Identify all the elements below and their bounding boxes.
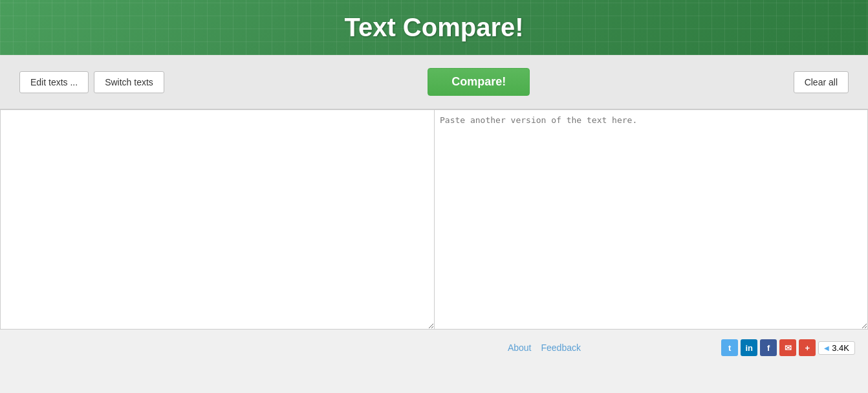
right-textarea-wrapper (434, 109, 868, 330)
footer-links: About Feedback (367, 342, 722, 353)
share-count[interactable]: ◀ 3.4K (818, 341, 855, 355)
footer: About Feedback t in f ✉ + ◀ 3.4K (0, 330, 868, 366)
compare-button[interactable]: Compare! (428, 68, 530, 96)
left-textarea-wrapper (0, 109, 434, 330)
share-count-value: 3.4K (832, 343, 849, 353)
main-content (0, 109, 868, 330)
plus-icon[interactable]: + (799, 339, 816, 356)
page-header: Text Compare! (0, 0, 868, 55)
about-link[interactable]: About (508, 342, 532, 353)
left-textarea[interactable] (0, 109, 434, 330)
share-count-arrow: ◀ (824, 344, 829, 352)
switch-texts-button[interactable]: Switch texts (94, 71, 164, 93)
edit-texts-button[interactable]: Edit texts ... (19, 71, 89, 93)
linkedin-icon[interactable]: in (741, 339, 757, 356)
toolbar-left: Edit texts ... Switch texts (19, 71, 164, 93)
toolbar: Edit texts ... Switch texts Compare! Cle… (0, 55, 868, 109)
page-title: Text Compare! (0, 13, 868, 42)
right-textarea[interactable] (434, 109, 868, 330)
facebook-icon[interactable]: f (760, 339, 777, 356)
email-icon[interactable]: ✉ (779, 339, 796, 356)
toolbar-right: Clear all (794, 71, 849, 93)
twitter-icon[interactable]: t (721, 339, 738, 356)
clear-all-button[interactable]: Clear all (794, 71, 849, 93)
feedback-link[interactable]: Feedback (541, 342, 580, 353)
social-icons: t in f ✉ + ◀ 3.4K (721, 339, 855, 356)
toolbar-center: Compare! (428, 68, 530, 96)
